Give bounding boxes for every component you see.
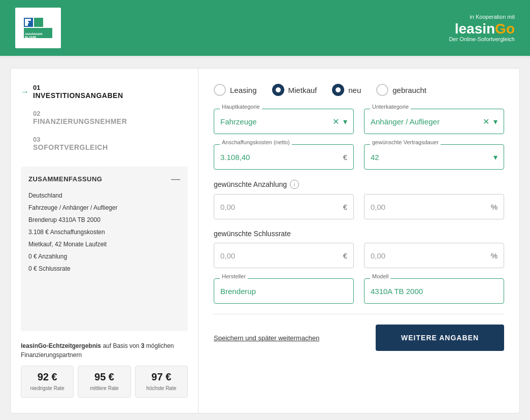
header-brand: in Kooperation mit leasinGo Der Online-S… <box>449 14 515 42</box>
hauptkategorie-chevron-icon[interactable]: ▾ <box>343 117 347 126</box>
anzahlung-euro-unit: € <box>343 203 347 211</box>
anzahlung-euro-group: € <box>214 194 354 219</box>
anzahlung-section-label: gewünschte Anzahlung i <box>214 180 504 189</box>
radio-leasing-circle[interactable] <box>214 84 226 96</box>
schlussrate-euro-input[interactable]: € <box>214 243 354 268</box>
unterkategorie-chevron-icon[interactable]: ▾ <box>493 117 498 126</box>
save-button[interactable]: Speichern und später weitermachen <box>214 334 319 342</box>
schlussrate-percent-field[interactable] <box>371 251 491 260</box>
rate-mid-label: mittlere Rate <box>90 385 119 391</box>
unterkategorie-label: Unterkategorie <box>370 104 411 110</box>
hersteller-label: Hersteller <box>220 273 248 279</box>
zusammenfassung-header: ZUSAMMENFASSUNG — <box>28 174 180 183</box>
radio-mietkauf[interactable]: Mietkauf <box>272 84 317 96</box>
weiter-button[interactable]: WEITERE ANGABEN <box>376 325 504 351</box>
unterkategorie-clear-icon[interactable]: ✕ <box>483 117 489 126</box>
rate-high-value: 97 € <box>140 371 183 383</box>
zus-line-6: 0 € Schlussrate <box>28 263 180 275</box>
anschaffungskosten-input[interactable]: € <box>214 144 354 170</box>
radio-leasing-label: Leasing <box>230 86 257 94</box>
hersteller-group: Hersteller Brenderup <box>214 278 354 304</box>
zus-line-0: Deutschland <box>28 189 180 202</box>
echtzeit-section: leasinGo-Echtzeitgergebnis auf Basis von… <box>21 341 188 398</box>
schlussrate-percent-unit: % <box>491 251 498 260</box>
step-number-3: 03 <box>33 136 108 143</box>
unterkategorie-group: Unterkategorie Anhänger / Auflieger ✕ ▾ <box>364 109 504 134</box>
svg-text:BLOHM: BLOHM <box>25 36 36 39</box>
step-title-1: INVESTITIONSANGABEN <box>33 91 123 100</box>
sidebar-step-3[interactable]: → 03 SOFORTVERGLEICH <box>21 136 188 151</box>
vertragsdauer-input[interactable]: 42 ▾ <box>364 144 504 170</box>
anzahlung-info-icon[interactable]: i <box>290 180 299 189</box>
zus-line-4: Mietkauf, 42 Monate Laufzeit <box>28 238 180 250</box>
anschaffungskosten-field[interactable] <box>220 153 343 161</box>
radio-mietkauf-circle[interactable] <box>272 84 284 96</box>
rate-box-low: 92 € niedrigste Rate <box>21 366 74 398</box>
radio-leasing[interactable]: Leasing <box>214 84 257 96</box>
echtzeit-brand: leasinGo-Echtzeitgergebnis <box>21 342 101 349</box>
anzahlung-euro-input[interactable]: € <box>214 194 354 219</box>
unterkategorie-input[interactable]: Anhänger / Auflieger ✕ ▾ <box>364 109 504 134</box>
brand-sub: Der Online-Sofortvergleich <box>449 36 515 42</box>
modell-value: 4310A TB 2000 <box>371 287 498 296</box>
schlussrate-percent-input[interactable]: % <box>364 243 504 268</box>
anschaffungskosten-unit: € <box>343 153 347 161</box>
schlussrate-euro-unit: € <box>343 251 347 260</box>
radio-gebraucht[interactable]: gebraucht <box>376 84 426 96</box>
anzahlung-percent-input[interactable]: % <box>364 194 504 219</box>
svg-rect-5 <box>25 22 29 23</box>
anzahlung-percent-field[interactable] <box>371 203 491 211</box>
step-title-3: SOFORTVERGLEICH <box>33 143 108 151</box>
dashed-divider <box>214 314 504 314</box>
rate-high-label: höchste Rate <box>146 385 176 391</box>
hersteller-input[interactable]: Brenderup <box>214 278 354 304</box>
kooperation-label: in Kooperation mit <box>449 14 515 20</box>
header-divider <box>0 56 530 58</box>
main-content: → 01 INVESTITIONSANGABEN → 02 FINANZIERU… <box>10 68 520 413</box>
rate-boxes: 92 € niedrigste Rate 95 € mittlere Rate … <box>21 366 188 398</box>
anzahlung-label-text: gewünschte Anzahlung <box>214 180 287 188</box>
step-arrow-1: → <box>21 87 29 96</box>
modell-group: Modell 4310A TB 2000 <box>364 278 504 304</box>
radio-neu[interactable]: neu <box>332 84 361 96</box>
modell-input[interactable]: 4310A TB 2000 <box>364 278 504 304</box>
schlussrate-row: € % <box>214 243 504 268</box>
vertragsdauer-chevron-icon[interactable]: ▾ <box>493 152 498 162</box>
sidebar-step-1[interactable]: → 01 INVESTITIONSANGABEN <box>21 84 188 100</box>
anschaffungskosten-group: Anschaffungskosten (netto) € <box>214 144 354 170</box>
hersteller-row: Hersteller Brenderup Modell 4310A TB 200… <box>214 278 504 304</box>
hauptkategorie-group: Hauptkategorie Fahrzeuge ✕ ▾ <box>214 109 354 134</box>
hauptkategorie-input[interactable]: Fahrzeuge ✕ ▾ <box>214 109 354 134</box>
radio-gebraucht-circle[interactable] <box>376 84 388 96</box>
zusammenfassung-title: ZUSAMMENFASSUNG <box>28 175 102 183</box>
radio-neu-label: neu <box>348 86 361 94</box>
sidebar: → 01 INVESTITIONSANGABEN → 02 FINANZIERU… <box>11 69 198 413</box>
zusammenfassung-body: Deutschland Fahrzeuge / Anhänger / Aufli… <box>28 189 180 275</box>
hauptkategorie-value: Fahrzeuge <box>220 117 328 126</box>
schlussrate-euro-field[interactable] <box>220 251 343 260</box>
anzahlung-percent-unit: % <box>491 203 498 211</box>
schlussrate-section-label: gewünschte Schlussrate <box>214 230 504 238</box>
schlussrate-label-text: gewünschte Schlussrate <box>214 230 291 238</box>
unterkategorie-value: Anhänger / Auflieger <box>371 117 479 126</box>
step-title-2: FINANZIERUNGSNEHMER <box>33 117 127 125</box>
header: ANHÄNGER BLOHM in Kooperation mit leasin… <box>0 0 530 56</box>
modell-label: Modell <box>370 273 390 279</box>
zus-line-2: Brenderup 4310A TB 2000 <box>28 214 180 226</box>
zusammenfassung-collapse[interactable]: — <box>171 174 180 183</box>
anzahlung-euro-field[interactable] <box>220 203 343 211</box>
brand-name: leasinGo <box>449 22 515 36</box>
right-panel: Leasing Mietkauf neu gebraucht Hauptkate… <box>198 69 519 413</box>
zus-line-1: Fahrzeuge / Anhänger / Auflieger <box>28 202 180 214</box>
hauptkategorie-clear-icon[interactable]: ✕ <box>333 117 339 126</box>
anzahlung-row: € % <box>214 194 504 219</box>
radio-neu-circle[interactable] <box>332 84 344 96</box>
schlussrate-euro-group: € <box>214 243 354 268</box>
kosten-row: Anschaffungskosten (netto) € gewünschte … <box>214 144 504 170</box>
rate-box-high: 97 € höchste Rate <box>135 366 188 398</box>
step-number-1: 01 <box>33 84 123 91</box>
schlussrate-percent-group: % <box>364 243 504 268</box>
vertragsdauer-group: gewünschte Vertragsdauer 42 ▾ <box>364 144 504 170</box>
sidebar-step-2[interactable]: → 02 FINANZIERUNGSNEHMER <box>21 110 188 125</box>
rate-mid-value: 95 € <box>82 371 126 383</box>
